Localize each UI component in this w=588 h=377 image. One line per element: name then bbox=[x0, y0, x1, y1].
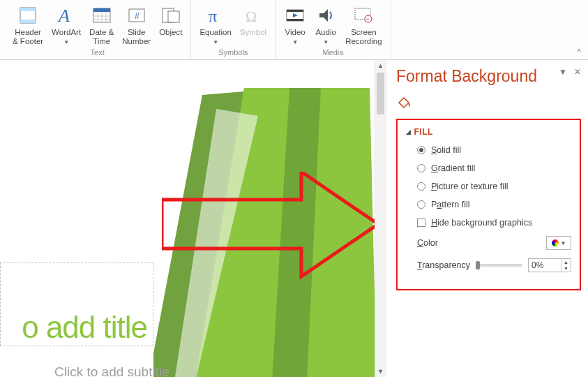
chevron-down-icon: ▼ bbox=[63, 39, 69, 45]
chevron-down-icon: ▼ bbox=[323, 39, 329, 45]
wordart-icon: A bbox=[55, 4, 77, 27]
pane-title: Format Background bbox=[396, 67, 581, 86]
object-icon bbox=[160, 4, 182, 27]
chevron-down-icon: ▼ bbox=[292, 39, 298, 45]
pane-close-button[interactable]: ✕ bbox=[573, 66, 582, 78]
audio-icon bbox=[315, 4, 337, 27]
audio-button[interactable]: Audio▼ bbox=[310, 3, 341, 48]
fill-section: ◢ FILL Solid fill Gradient fill Picture … bbox=[396, 119, 581, 290]
ribbon: Header& Footer A WordArt▼ Date &Time # S… bbox=[0, 0, 588, 60]
checkbox-icon bbox=[417, 219, 425, 227]
video-button[interactable]: Video▼ bbox=[280, 3, 310, 48]
wordart-button[interactable]: A WordArt▼ bbox=[47, 3, 85, 48]
transparency-slider[interactable] bbox=[476, 264, 522, 267]
collapse-triangle-icon: ◢ bbox=[406, 128, 412, 135]
ribbon-group-symbols: π Equation▼ Ω Symbol Symbols bbox=[191, 0, 276, 59]
title-placeholder[interactable]: o add title bbox=[0, 263, 153, 346]
equation-button[interactable]: π Equation▼ bbox=[195, 3, 235, 48]
slide-number-icon: # bbox=[126, 4, 148, 27]
radio-icon bbox=[417, 146, 425, 154]
svg-rect-1 bbox=[20, 8, 36, 11]
ribbon-collapse-button[interactable]: ^ bbox=[573, 46, 585, 57]
date-time-button[interactable]: Date &Time bbox=[85, 3, 118, 47]
header-footer-icon bbox=[17, 4, 39, 27]
ribbon-group-label: Text bbox=[91, 48, 105, 58]
transparency-spinbox[interactable]: 0% ▲▼ bbox=[528, 258, 571, 272]
equation-icon: π bbox=[204, 4, 227, 27]
svg-text:+: + bbox=[366, 16, 370, 22]
scroll-thumb[interactable] bbox=[377, 73, 384, 114]
picture-fill-radio[interactable]: Picture or texture fill bbox=[417, 182, 571, 191]
scroll-down-icon[interactable]: ▼ bbox=[375, 366, 386, 377]
symbol-icon: Ω bbox=[242, 4, 264, 27]
object-button[interactable]: Object bbox=[155, 3, 186, 47]
radio-icon bbox=[417, 182, 425, 191]
subtitle-placeholder[interactable]: Click to add subtitle bbox=[54, 364, 169, 377]
svg-rect-19 bbox=[287, 19, 303, 21]
ribbon-group-media: Video▼ Audio▼ + ScreenRecording Media bbox=[276, 0, 391, 59]
slide-canvas[interactable]: o add title Click to add subtitle bbox=[0, 60, 375, 377]
chevron-down-icon: ▼ bbox=[561, 240, 566, 246]
svg-marker-21 bbox=[319, 9, 328, 22]
svg-text:π: π bbox=[209, 7, 217, 25]
workspace: o add title Click to add subtitle ▲ ▼ ▼ … bbox=[0, 60, 588, 377]
solid-fill-radio[interactable]: Solid fill bbox=[417, 145, 571, 155]
pattern-fill-radio[interactable]: Pattern fill bbox=[417, 200, 571, 209]
svg-rect-14 bbox=[168, 11, 179, 22]
scroll-up-icon[interactable]: ▲ bbox=[375, 60, 386, 71]
svg-rect-2 bbox=[20, 20, 36, 23]
slide-number-button[interactable]: # SlideNumber bbox=[118, 3, 155, 47]
title-text: o add title bbox=[22, 312, 147, 343]
hide-bg-checkbox[interactable]: Hide background graphics bbox=[417, 218, 571, 228]
spin-up-icon[interactable]: ▲ bbox=[561, 259, 571, 265]
spin-down-icon[interactable]: ▼ bbox=[561, 265, 571, 272]
svg-marker-30 bbox=[162, 172, 375, 276]
ribbon-group-text: Header& Footer A WordArt▼ Date &Time # S… bbox=[4, 0, 191, 59]
svg-rect-18 bbox=[287, 10, 303, 12]
annotation-arrow-icon bbox=[162, 172, 375, 283]
slider-thumb[interactable] bbox=[476, 261, 480, 269]
svg-text:Ω: Ω bbox=[246, 8, 257, 25]
symbol-button: Ω Symbol bbox=[236, 3, 271, 47]
chevron-down-icon: ▼ bbox=[213, 39, 218, 45]
svg-rect-5 bbox=[93, 8, 110, 12]
ribbon-group-label: Symbols bbox=[218, 48, 248, 58]
date-time-icon bbox=[91, 4, 113, 27]
color-picker-button[interactable]: ▼ bbox=[546, 236, 571, 250]
video-icon bbox=[284, 4, 306, 27]
format-background-pane: ▼ ✕ Format Background ◢ FILL Solid fill … bbox=[386, 60, 588, 377]
radio-icon bbox=[417, 164, 425, 172]
vertical-scrollbar[interactable]: ▲ ▼ bbox=[375, 60, 386, 377]
gradient-fill-radio[interactable]: Gradient fill bbox=[417, 163, 571, 173]
pane-options-button[interactable]: ▼ bbox=[557, 66, 568, 78]
radio-icon bbox=[417, 200, 425, 209]
header-footer-button[interactable]: Header& Footer bbox=[8, 3, 47, 47]
color-label: Color bbox=[417, 238, 438, 248]
ribbon-group-label: Media bbox=[322, 48, 343, 58]
transparency-label: Transparency bbox=[417, 260, 470, 270]
svg-text:#: # bbox=[135, 11, 140, 21]
svg-text:A: A bbox=[57, 6, 70, 26]
fill-section-header[interactable]: ◢ FILL bbox=[406, 127, 571, 137]
fill-tab-icon[interactable] bbox=[396, 94, 581, 112]
screen-recording-icon: + bbox=[352, 4, 375, 27]
screen-recording-button[interactable]: + ScreenRecording bbox=[341, 3, 386, 47]
